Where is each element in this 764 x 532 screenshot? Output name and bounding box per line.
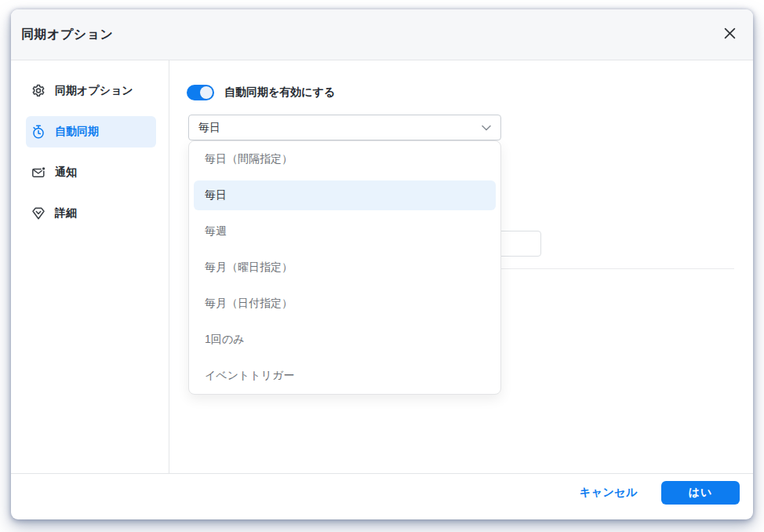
dialog-title: 同期オプション [21,27,113,43]
toggle-knob-icon [200,86,213,99]
sidebar-item-label: 詳細 [55,206,77,220]
auto-sync-toggle-label: 自動同期を有効にする [224,86,335,100]
sidebar-item-label: 通知 [55,166,77,180]
close-icon [724,27,736,42]
gem-icon [31,206,46,221]
frequency-select-value: 毎日 [198,121,220,135]
chevron-down-icon [482,125,491,131]
mail-notification-icon [31,165,46,180]
sidebar-item-label: 同期オプション [55,84,133,98]
dropdown-option[interactable]: 1回のみ [194,325,496,355]
stopwatch-icon [31,124,46,140]
sidebar-item-sync-options[interactable]: 同期オプション [26,75,156,107]
sidebar-item-advanced[interactable]: 詳細 [26,198,156,229]
ok-button[interactable]: はい [661,481,740,505]
sidebar-item-label: 自動同期 [55,125,99,139]
dropdown-option[interactable]: 毎月（日付指定） [194,289,496,319]
dropdown-option[interactable]: イベントトリガー [194,361,496,391]
sidebar-item-notification[interactable]: 通知 [26,157,156,188]
close-button[interactable] [719,24,740,45]
dialog-titlebar: 同期オプション [11,9,753,60]
sync-options-dialog: 同期オプション 同期オプション自動同期通知詳細 自動同期を有効にする 毎日 毎日… [11,9,753,519]
sidebar: 同期オプション自動同期通知詳細 [11,60,169,473]
cancel-button[interactable]: キャンセル [580,486,638,500]
frequency-dropdown: 毎日（間隔指定）毎日毎週毎月（曜日指定）毎月（日付指定）1回のみイベントトリガー [188,140,501,395]
dropdown-option[interactable]: 毎週 [194,217,496,246]
auto-sync-toggle-row: 自動同期を有効にする [187,85,335,100]
sidebar-item-auto-sync[interactable]: 自動同期 [26,116,156,148]
dropdown-option[interactable]: 毎日 [194,180,496,210]
main-content: 自動同期を有効にする 毎日 毎日（間隔指定）毎日毎週毎月（曜日指定）毎月（日付指… [170,60,753,473]
auto-sync-toggle[interactable] [187,85,214,100]
dialog-footer: キャンセル はい [11,473,753,519]
gear-icon [31,83,46,99]
frequency-select[interactable]: 毎日 [188,115,501,140]
dropdown-option[interactable]: 毎月（曜日指定） [194,253,496,282]
dropdown-option[interactable]: 毎日（間隔指定） [194,144,496,174]
